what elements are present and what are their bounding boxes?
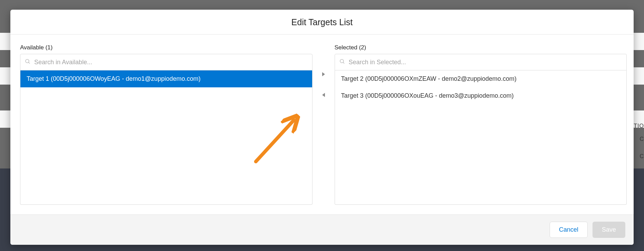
svg-point-0 [26, 59, 29, 63]
selected-label: Selected (2) [335, 44, 627, 51]
modal-body: Available (1) Target 1 (00D5j000006OWoyE… [10, 35, 634, 214]
available-label: Available (1) [20, 44, 312, 51]
svg-marker-3 [322, 93, 325, 97]
move-buttons-column [312, 44, 335, 205]
modal-header: Edit Targets List [10, 10, 634, 35]
available-search-input[interactable] [34, 59, 308, 66]
svg-line-5 [343, 62, 344, 64]
modal-title: Edit Targets List [17, 17, 627, 27]
available-listbox[interactable]: Target 1 (00D5j000006OWoyEAG - demo1@zup… [20, 70, 312, 205]
move-right-button[interactable] [319, 70, 328, 79]
background-cell: C [640, 136, 644, 142]
selected-search-wrap [335, 54, 627, 70]
save-button[interactable]: Save [592, 222, 625, 238]
edit-targets-modal: Edit Targets List Available (1) Target 1… [10, 10, 634, 245]
modal-footer: Cancel Save [10, 214, 634, 245]
available-column: Available (1) Target 1 (00D5j000006OWoyE… [20, 44, 312, 205]
search-icon [339, 58, 345, 66]
move-left-button[interactable] [319, 90, 328, 100]
available-search-wrap [20, 54, 312, 70]
cancel-button[interactable]: Cancel [550, 222, 588, 238]
available-item[interactable]: Target 1 (00D5j000006OWoyEAG - demo1@zup… [20, 70, 312, 87]
svg-point-4 [340, 59, 344, 63]
selected-item[interactable]: Target 2 (00D5j000006OXmZEAW - demo2@zup… [335, 70, 627, 87]
chevron-right-icon [321, 72, 326, 78]
search-icon [25, 58, 31, 66]
selected-item[interactable]: Target 3 (00D5j000006OXouEAG - demo3@zup… [335, 87, 627, 104]
selected-column: Selected (2) Target 2 (00D5j000006OXmZEA… [335, 44, 627, 205]
background-cell: C [640, 153, 644, 160]
chevron-left-icon [321, 93, 326, 98]
svg-marker-2 [322, 72, 325, 76]
selected-listbox[interactable]: Target 2 (00D5j000006OXmZEAW - demo2@zup… [335, 70, 627, 205]
svg-line-1 [28, 62, 30, 64]
selected-search-input[interactable] [349, 59, 623, 66]
